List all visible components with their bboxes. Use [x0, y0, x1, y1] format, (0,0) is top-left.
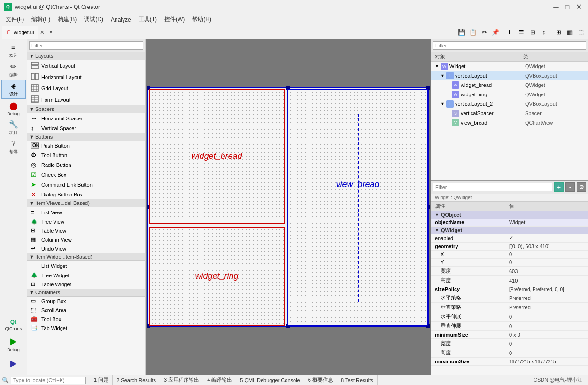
widget-tool-button[interactable]: ⚙ Tool Button [27, 150, 145, 160]
props-row-enabled[interactable]: enabled ✓ [431, 234, 588, 243]
section-item-widgets-toggle[interactable]: ▼ Item Widge...tem-Based) [27, 253, 145, 261]
props-section-qwidget-toggle[interactable]: ▼ [435, 228, 439, 233]
widget-column-view[interactable]: ▦ Column View [27, 235, 145, 244]
tree-row-widget[interactable]: ▼ W Widget QWidget [431, 62, 588, 71]
tree-row-vl2-toggle[interactable]: ▼ [441, 102, 446, 106]
props-row-minheight[interactable]: 高度 0 [431, 348, 588, 358]
props-row-objectname[interactable]: objectName Widget [431, 219, 588, 227]
props-row-vpolicy[interactable]: 垂直策略 Preferred [431, 303, 588, 312]
widget-undo-view[interactable]: ↩ Undo View [27, 244, 145, 253]
menu-help[interactable]: 帮助(H) [188, 15, 215, 24]
mode-extra[interactable]: ▶ [1, 354, 26, 373]
props-filter-input[interactable] [433, 183, 552, 191]
statusbar-item-5[interactable]: 5 QML Debugger Console [236, 375, 304, 385]
statusbar-search-input[interactable] [11, 377, 86, 384]
props-row-minsize[interactable]: minimumSize 0 x 0 [431, 331, 588, 339]
mode-welcome[interactable]: ≡ 欢迎 [1, 41, 26, 60]
mode-design[interactable]: ◈ 设计 [1, 80, 26, 99]
props-section-qobject-toggle[interactable]: ▼ [435, 212, 439, 217]
file-tab[interactable]: 🗒 widget.ui [2, 26, 38, 39]
toolbar-icon-7[interactable]: ⊞ [527, 27, 538, 38]
section-buttons-toggle[interactable]: ▼ Buttons [27, 133, 145, 141]
menu-tools[interactable]: 工具(T) [135, 15, 161, 24]
section-spacers-toggle[interactable]: ▼ Spacers [27, 105, 145, 113]
widget-tree-view[interactable]: 🌲 Tree View [27, 217, 145, 226]
tree-row-vertical-spacer[interactable]: S verticalSpacer Spacer [431, 109, 588, 118]
toolbar-icon-3[interactable]: ✂ [479, 27, 489, 38]
mode-projects[interactable]: 🔧 项目 [1, 118, 26, 137]
tab-dropdown-btn[interactable]: ▼ [46, 28, 55, 37]
toolbar-icon-1[interactable]: 💾 [456, 27, 467, 38]
menu-edit[interactable]: 编辑(E) [28, 15, 54, 24]
widget-vertical-layout[interactable]: Vertical Layout [27, 60, 145, 71]
minimize-button[interactable]: ─ [550, 1, 562, 13]
widget-bread-area[interactable]: widget_bread [149, 89, 285, 224]
menu-debug[interactable]: 调试(D) [80, 15, 107, 24]
toolbar-icon-10[interactable]: ▦ [565, 27, 575, 38]
object-tree-filter-input[interactable] [433, 41, 586, 50]
menu-analyze[interactable]: Analyze [107, 16, 135, 24]
widget-list-view[interactable]: ≡ List View [27, 207, 145, 217]
widget-scroll-area[interactable]: ⬚ Scroll Area [27, 306, 145, 314]
section-layouts-toggle[interactable]: ▼ Layouts [27, 52, 145, 60]
tree-row-view-bread[interactable]: V view_bread QChartView [431, 118, 588, 127]
close-button[interactable]: ✕ [573, 1, 584, 13]
statusbar-item-2[interactable]: 2 Search Results [113, 375, 160, 385]
widget-tool-box[interactable]: 🧰 Tool Box [27, 314, 145, 323]
props-row-vstretch[interactable]: 垂直伸展 0 [431, 322, 588, 331]
menu-file[interactable]: 文件(F) [2, 15, 28, 24]
props-row-minwidth[interactable]: 宽度 0 [431, 339, 588, 348]
section-item-views-toggle[interactable]: ▼ Item Views...del-Based) [27, 199, 145, 207]
widget-horizontal-layout[interactable]: Horizontal Layout [27, 71, 145, 83]
widget-vertical-spacer[interactable]: ↕ Vertical Spacer [27, 123, 145, 133]
widget-grid-layout[interactable]: Grid Layout [27, 83, 145, 94]
widget-radio-button[interactable]: ◎ Radio Button [27, 160, 145, 170]
widget-tree-widget[interactable]: 🌲 Tree Widget [27, 271, 145, 280]
widget-list-widget[interactable]: ≡ List Widget [27, 261, 145, 271]
widget-tab-widget[interactable]: 📑 Tab Widget [27, 323, 145, 332]
widget-horizontal-spacer[interactable]: ↔ Horizontal Spacer [27, 113, 145, 123]
tree-row-widget-bread[interactable]: W widget_bread QWidget [431, 80, 588, 90]
statusbar-item-3[interactable]: 3 应用程序输出 [160, 375, 203, 385]
props-row-hstretch[interactable]: 水平伸展 0 [431, 312, 588, 322]
mode-debug[interactable]: ⬤ Debug [1, 99, 26, 118]
props-row-width[interactable]: 宽度 603 [431, 267, 588, 276]
props-add-btn[interactable]: + [554, 182, 564, 192]
widget-ring-area[interactable]: widget_ring [149, 227, 285, 326]
props-row-sizepolicy[interactable]: sizePolicy [Preferred, Preferred, 0, 0] [431, 285, 588, 293]
statusbar-item-8[interactable]: 8 Test Results [337, 375, 378, 385]
widget-form-layout[interactable]: Form Layout [27, 94, 145, 105]
props-remove-btn[interactable]: - [565, 182, 575, 192]
widget-table-view[interactable]: ⊞ Table View [27, 226, 145, 235]
props-config-btn[interactable]: ⚙ [577, 182, 586, 192]
widget-dialog-button-box[interactable]: ✕ Dialog Button Box [27, 189, 145, 199]
mode-edit[interactable]: ✏ 编辑 [1, 61, 26, 79]
tree-row-widget-ring[interactable]: W widget_ring QWidget [431, 90, 588, 99]
tree-row-vl2[interactable]: ▼ L verticalLayout_2 QVBoxLayout [431, 99, 588, 109]
mode-qtcharts[interactable]: Qt QtCharts [1, 315, 26, 334]
widget-group-box[interactable]: ▭ Group Box [27, 297, 145, 306]
mode-help[interactable]: ? 帮导 [1, 138, 26, 157]
widget-check-box[interactable]: ☑ Check Box [27, 170, 145, 180]
statusbar-item-1[interactable]: 1 问题 [90, 375, 113, 385]
maximize-button[interactable]: □ [562, 1, 573, 13]
props-row-geometry[interactable]: geometry [(0, 0), 603 x 410] [431, 243, 588, 251]
toolbar-icon-9[interactable]: ⊞ [553, 27, 564, 38]
props-row-y[interactable]: Y 0 [431, 259, 588, 267]
widget-filter-input[interactable] [29, 41, 143, 50]
toolbar-icon-4[interactable]: 📌 [490, 27, 501, 38]
menu-controls[interactable]: 控件(W) [161, 15, 188, 24]
tree-row-widget-toggle[interactable]: ▼ [435, 64, 441, 69]
toolbar-icon-2[interactable]: 📋 [468, 27, 478, 38]
tab-close-btn[interactable]: ✕ [38, 28, 46, 37]
toolbar-icon-8[interactable]: ↕ [539, 27, 549, 38]
widget-push-button[interactable]: OK Push Button [27, 141, 145, 150]
statusbar-item-6[interactable]: 6 概要信息 [304, 375, 337, 385]
toolbar-icon-5[interactable]: ⏸ [505, 27, 515, 38]
menu-build[interactable]: 构建(B) [54, 15, 80, 24]
view-bread-area[interactable]: view_bread [287, 89, 428, 326]
props-row-hpolicy[interactable]: 水平策略 Preferred [431, 293, 588, 303]
props-row-maxsize[interactable]: maximumSize 16777215 x 16777215 [431, 358, 588, 366]
toolbar-icon-6[interactable]: ☰ [516, 27, 526, 38]
canvas-widget[interactable]: widget_bread widget_ring view_bread [147, 87, 429, 327]
